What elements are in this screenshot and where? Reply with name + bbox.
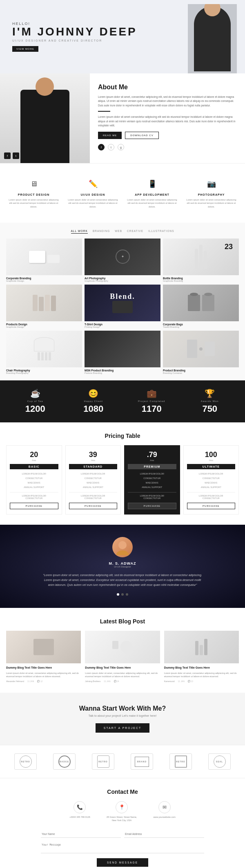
hero-name: I'M JOHNNY DEEP bbox=[12, 26, 137, 38]
price-basic-divider bbox=[10, 492, 58, 493]
service-photography: 📷 PHOTOGRAPHY Lorem ipsum dolor sit amet… bbox=[184, 174, 239, 212]
about-icon-row: f t bbox=[4, 152, 19, 159]
tab-creative[interactable]: CREATIVE bbox=[127, 229, 143, 234]
brand-logo-3: RETRO bbox=[92, 753, 114, 770]
portfolio-item-6[interactable]: Corporate Bags Tweed Branding bbox=[163, 285, 239, 328]
email-icon: ✉ bbox=[158, 801, 171, 813]
download-cv-button[interactable]: DOWNLOAD CV bbox=[125, 132, 158, 139]
hero-view-more-button[interactable]: VIEW MORE bbox=[12, 46, 38, 52]
portfolio-item-9[interactable]: Product Branding Branding Container bbox=[163, 331, 239, 374]
price-ultimate-name: ULTIMATE bbox=[187, 464, 236, 469]
blog-text-2: Lorem ipsum dolor sit amet, consectetur … bbox=[85, 671, 160, 678]
social-twitter[interactable]: t bbox=[108, 144, 114, 150]
testimonial-dot-1[interactable] bbox=[117, 593, 119, 596]
portfolio-item-1[interactable]: Corporate Branding Graphicde Design bbox=[6, 239, 82, 282]
tab-web[interactable]: WEB bbox=[115, 229, 122, 234]
contact-title: Contact Me bbox=[6, 788, 239, 795]
pricing-card-ultimate: 100 /mo ULTIMATE LOREM IPSUM DOLORCONSEC… bbox=[183, 445, 239, 515]
portfolio-label-4: Products Design Graphicde Design bbox=[6, 323, 82, 328]
blog-meta-3: Kameround 11 JAN 💬 13 bbox=[164, 680, 239, 682]
testimonial-dots bbox=[6, 593, 239, 596]
client-icon: 😊 bbox=[65, 389, 123, 398]
stat-happy-client: 😊 Happy Client 1080 bbox=[65, 389, 123, 414]
testimonial-dot-2[interactable] bbox=[121, 593, 124, 596]
blog-author-1: Alexander Helmund bbox=[6, 680, 24, 682]
about-social-icon-2[interactable]: t bbox=[13, 152, 19, 159]
tab-illustrations[interactable]: ILLUSTRATIONS bbox=[148, 229, 174, 234]
contact-email-input[interactable] bbox=[124, 830, 204, 838]
pricing-title: Pricing Table bbox=[6, 433, 239, 439]
portfolio-section: ALL WORK BRANDING WEB CREATIVE ILLUSTRAT… bbox=[0, 223, 245, 380]
purchase-basic-button[interactable]: PURCHASE bbox=[10, 503, 58, 509]
stat-num-2: 1080 bbox=[65, 404, 123, 414]
price-premium-period: /mo bbox=[128, 459, 176, 462]
stat-project-completed: 💼 Project Completed 1170 bbox=[122, 389, 181, 414]
testimonial-avatar bbox=[112, 537, 133, 557]
stat-label-2: Happy Client bbox=[65, 400, 123, 402]
blog-post-3: Dummy Blog Text Title Goes Here Lorem ip… bbox=[164, 631, 239, 682]
social-google[interactable]: g bbox=[118, 144, 124, 150]
purchase-standard-button[interactable]: PURCHASE bbox=[69, 503, 118, 509]
testimonial-dot-3[interactable] bbox=[126, 593, 128, 596]
hero-silhouette bbox=[194, 6, 231, 71]
cta-section: Wanna Start Work With Me? Talk to about … bbox=[0, 693, 245, 745]
purchase-ultimate-button[interactable]: PURCHASE bbox=[187, 503, 236, 509]
service-name-1: PRODUCT DESIGN bbox=[8, 193, 59, 196]
price-standard-divider bbox=[69, 492, 118, 493]
hero-text: HELLO! I'M JOHNNY DEEP UI/UX DESIGNER AN… bbox=[12, 22, 137, 52]
blog-comments-1: 💬 12 bbox=[37, 680, 42, 682]
about-buttons: READ ME DOWNLOAD CV bbox=[98, 132, 237, 139]
service-name-4: PHOTOGRAPHY bbox=[186, 193, 237, 196]
portfolio-item-5[interactable]: Blend. T-Shirt Design Printing Design bbox=[85, 285, 160, 328]
about-person-photo bbox=[0, 73, 90, 163]
blog-title-3: Dummy Blog Text Title Goes Here bbox=[164, 666, 239, 669]
blog-date-3: 11 JAN bbox=[178, 680, 185, 682]
price-basic-amount: 20 bbox=[10, 451, 58, 459]
price-basic-info: LOREM IPSUM DOLORCONSECTETUR bbox=[10, 495, 58, 499]
stat-num-4: 750 bbox=[181, 404, 239, 414]
price-standard-info: LOREM IPSUM DOLORCONSECTETUR bbox=[69, 495, 118, 499]
about-person-head bbox=[36, 77, 54, 96]
contact-form-row-1 bbox=[41, 830, 204, 838]
about-content: About Me Lorem ipsum dolor sit amet, con… bbox=[90, 73, 245, 163]
about-person-body bbox=[20, 90, 69, 163]
social-facebook[interactable]: f bbox=[98, 144, 105, 150]
price-standard-name: STANDARD bbox=[69, 464, 118, 469]
portfolio-thumb-4 bbox=[6, 285, 82, 321]
monitor-icon: 🖥 bbox=[27, 178, 41, 190]
portfolio-item-4[interactable]: Products Design Graphicde Design bbox=[6, 285, 82, 328]
tab-branding[interactable]: BRANDING bbox=[93, 229, 110, 234]
price-standard-period: /mo bbox=[69, 459, 118, 462]
price-ultimate-amount: 100 bbox=[187, 451, 236, 459]
hero-title: UI/UX DESIGNER AND CREATIVE DIRECTOR bbox=[12, 39, 137, 42]
portfolio-item-7[interactable]: Chair Photography Branding Photography bbox=[6, 331, 82, 374]
mobile-icon: 📱 bbox=[145, 178, 159, 190]
contact-website-item: ✉ www.yourwebsite.com bbox=[153, 801, 175, 822]
svg-point-1 bbox=[116, 550, 129, 555]
purchase-premium-button[interactable]: PURCHASE bbox=[128, 503, 176, 509]
portfolio-item-3[interactable]: 23 Bottle Branding Graphicde Branding bbox=[163, 239, 239, 282]
tab-all-work[interactable]: ALL WORK bbox=[71, 229, 88, 234]
portfolio-label-3: Bottle Branding Graphicde Branding bbox=[163, 277, 239, 282]
start-project-button[interactable]: START A PROJECT bbox=[96, 723, 150, 733]
price-standard-features: LOREM IPSUM DOLORCONSECTETURMAECENASANNU… bbox=[69, 472, 118, 490]
cta-title: Wanna Start Work With Me? bbox=[6, 705, 239, 712]
portfolio-thumb-7 bbox=[6, 331, 82, 367]
blog-text-3: Lorem ipsum dolor sit amet, consectetur … bbox=[164, 671, 239, 678]
contact-message-textarea[interactable] bbox=[41, 841, 204, 853]
contact-send-button[interactable]: SEND MESSAGE bbox=[97, 858, 148, 867]
portfolio-item-8[interactable]: MSN Product Branding Partone Branding bbox=[85, 331, 160, 374]
blog-section: Latest Blog Post Dummy Blog Text Title G… bbox=[0, 608, 245, 693]
portfolio-item-2[interactable]: ✦ Art Photography Graphicde Photography bbox=[85, 239, 160, 282]
about-image: f t bbox=[0, 73, 90, 163]
contact-name-input[interactable] bbox=[41, 830, 121, 838]
price-ultimate-divider bbox=[187, 492, 236, 493]
read-me-button[interactable]: READ ME bbox=[98, 132, 122, 139]
price-standard-amount: 39 bbox=[69, 451, 118, 459]
pencil-icon: ✏️ bbox=[86, 178, 100, 190]
contact-form: SEND MESSAGE bbox=[41, 830, 204, 867]
about-social-icon-1[interactable]: f bbox=[4, 152, 11, 159]
portfolio-thumb-3: 23 bbox=[163, 239, 239, 275]
about-title: About Me bbox=[98, 84, 237, 91]
price-basic-features: LOREM IPSUM DOLORCONSECTETURMAECENASANNU… bbox=[10, 472, 58, 490]
